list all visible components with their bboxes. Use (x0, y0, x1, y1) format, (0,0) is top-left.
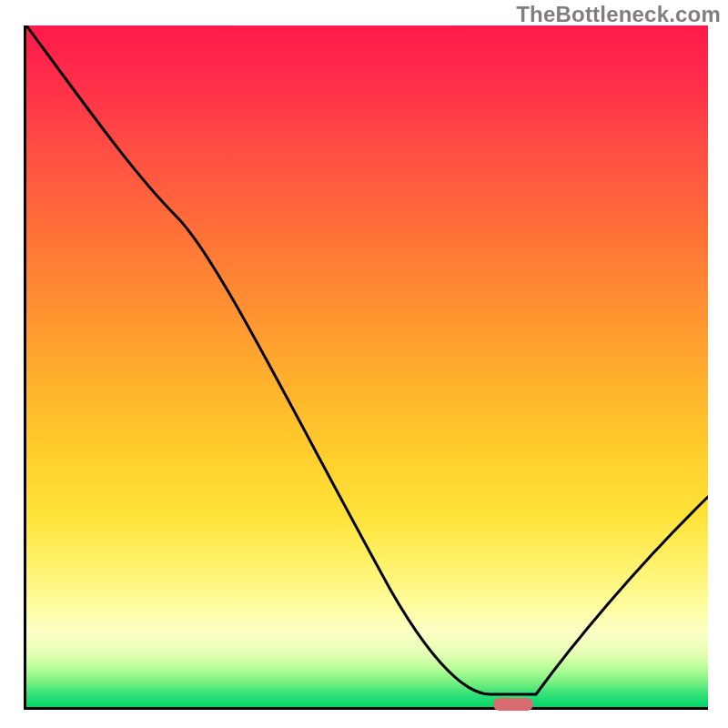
curve-svg (26, 25, 708, 707)
plot-area (24, 25, 708, 710)
optimum-marker (493, 698, 533, 711)
main-curve (26, 25, 708, 694)
watermark-text: TheBottleneck.com (516, 2, 721, 27)
chart-frame: TheBottleneck.com (0, 0, 728, 728)
